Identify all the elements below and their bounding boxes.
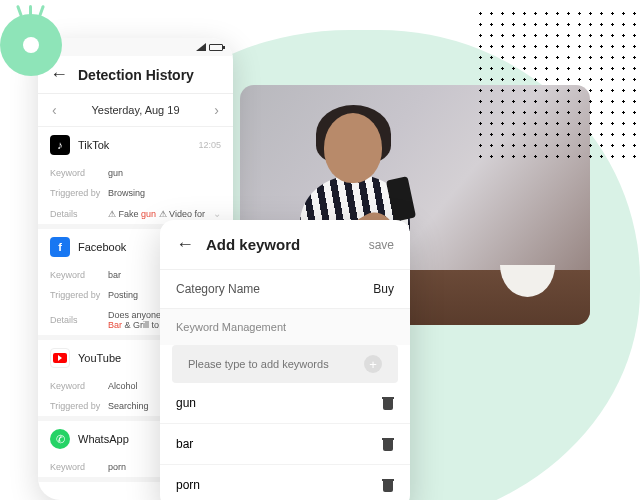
battery-icon xyxy=(209,44,223,51)
app-name: Facebook xyxy=(78,241,126,253)
details-value: ⚠ Fake gun ⚠ Video for xyxy=(108,209,213,219)
chevron-down-icon[interactable]: ⌄ xyxy=(213,208,221,219)
page-title: Detection History xyxy=(78,67,194,83)
app-name: TikTok xyxy=(78,139,109,151)
trash-icon[interactable] xyxy=(382,438,394,451)
add-keyword-card: ← Add keyword save Category Name Buy Key… xyxy=(160,220,410,500)
date-selector: ‹ Yesterday, Aug 19 › xyxy=(38,94,233,127)
category-row[interactable]: Category Name Buy xyxy=(160,269,410,309)
youtube-icon xyxy=(50,348,70,368)
phone-header: ← Detection History xyxy=(38,56,233,94)
signal-icon xyxy=(196,43,206,51)
keyword-input[interactable] xyxy=(188,358,364,370)
whatsapp-icon: ✆ xyxy=(50,429,70,449)
save-button[interactable]: save xyxy=(369,238,394,252)
chevron-right-icon[interactable]: › xyxy=(214,102,219,118)
app-name: YouTube xyxy=(78,352,121,364)
keyword-value: gun xyxy=(108,168,221,178)
keyword-text: bar xyxy=(176,437,193,451)
trash-icon[interactable] xyxy=(382,479,394,492)
chevron-left-icon[interactable]: ‹ xyxy=(52,102,57,118)
app-name: WhatsApp xyxy=(78,433,129,445)
back-icon[interactable]: ← xyxy=(176,234,194,255)
keyword-row: bar xyxy=(160,424,410,465)
keyword-text: gun xyxy=(176,396,196,410)
trigger-value: Browsing xyxy=(108,188,221,198)
trash-icon[interactable] xyxy=(382,397,394,410)
tiktok-icon: ♪ xyxy=(50,135,70,155)
plus-icon[interactable]: + xyxy=(364,355,382,373)
card-title: Add keyword xyxy=(206,236,300,253)
keyword-text: porn xyxy=(176,478,200,492)
detection-time: 12:05 xyxy=(198,140,221,150)
dot-pattern xyxy=(475,8,640,163)
keyword-management-header: Keyword Management xyxy=(160,309,410,345)
add-keyword-row: + xyxy=(172,345,398,383)
category-label: Category Name xyxy=(176,282,260,296)
eye-logo-icon xyxy=(0,14,62,76)
keyword-row: gun xyxy=(160,383,410,424)
facebook-icon: f xyxy=(50,237,70,257)
category-value: Buy xyxy=(373,282,394,296)
keyword-row: porn xyxy=(160,465,410,500)
date-label: Yesterday, Aug 19 xyxy=(91,104,179,116)
status-bar xyxy=(38,38,233,56)
detection-section: ♪ TikTok 12:05 Keywordgun Triggered byBr… xyxy=(38,127,233,229)
